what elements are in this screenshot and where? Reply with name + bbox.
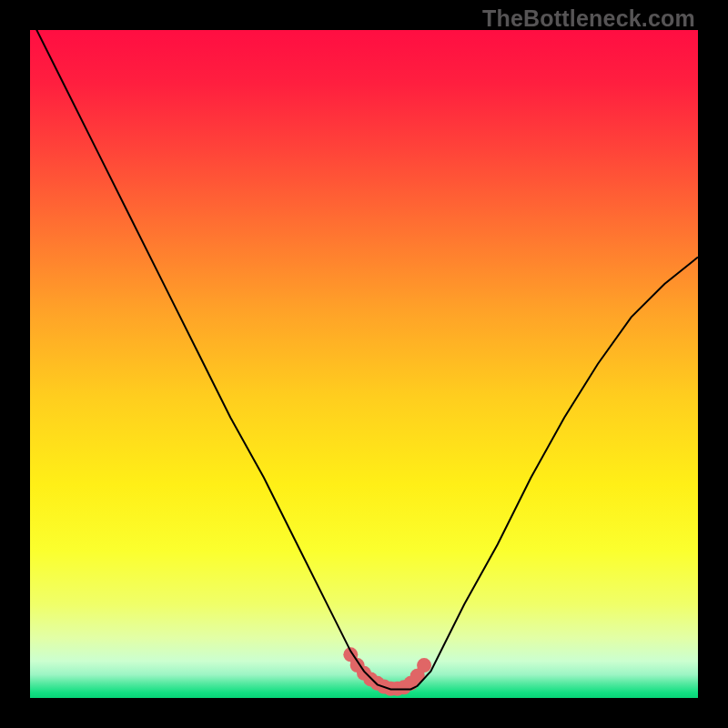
optimum-marker-dot xyxy=(417,658,431,672)
watermark-text: TheBottleneck.com xyxy=(482,5,695,32)
plot-area xyxy=(30,30,698,698)
bottleneck-curve xyxy=(30,30,698,689)
chart-frame: TheBottleneck.com xyxy=(0,0,728,728)
chart-svg xyxy=(30,30,698,698)
